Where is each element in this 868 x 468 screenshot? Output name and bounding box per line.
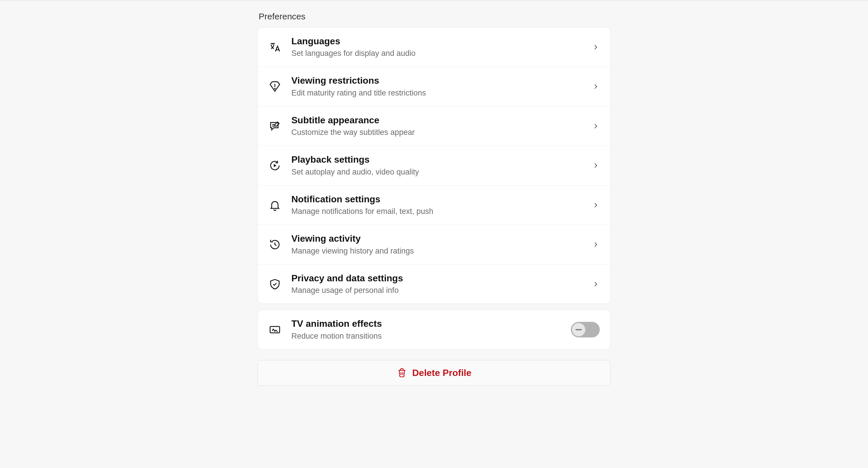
- warning-hex-icon: [268, 80, 281, 93]
- row-title: Subtitle appearance: [291, 115, 592, 126]
- row-title: Notification settings: [291, 194, 592, 205]
- svg-rect-5: [270, 326, 280, 333]
- chevron-right-icon: [592, 122, 600, 130]
- row-title: Privacy and data settings: [291, 273, 592, 284]
- row-subtitle-appearance[interactable]: Subtitle appearance Customize the way su…: [258, 107, 610, 146]
- history-icon: [268, 238, 281, 251]
- chevron-right-icon: [592, 240, 600, 248]
- toggle-knob: [572, 323, 585, 336]
- row-viewing-activity[interactable]: Viewing activity Manage viewing history …: [258, 225, 610, 264]
- toggle-card: TV animation effects Reduce motion trans…: [257, 310, 611, 349]
- playback-refresh-icon: [268, 159, 281, 172]
- chevron-right-icon: [592, 201, 600, 209]
- chevron-right-icon: [592, 162, 600, 170]
- row-viewing-restrictions[interactable]: Viewing restrictions Edit maturity ratin…: [258, 67, 610, 106]
- trash-icon: [397, 367, 407, 379]
- row-sub: Customize the way subtitles appear: [291, 127, 592, 138]
- svg-marker-4: [274, 164, 276, 167]
- section-title: Preferences: [257, 11, 611, 22]
- svg-point-1: [275, 88, 275, 89]
- row-tv-animation: TV animation effects Reduce motion trans…: [258, 310, 610, 349]
- row-sub: Edit maturity rating and title restricti…: [291, 88, 592, 98]
- row-title: Viewing activity: [291, 233, 592, 244]
- delete-profile-button[interactable]: Delete Profile: [257, 360, 611, 386]
- row-playback-settings[interactable]: Playback settings Set autoplay and audio…: [258, 146, 610, 185]
- subtitle-edit-icon: [268, 120, 281, 133]
- row-notification-settings[interactable]: Notification settings Manage notificatio…: [258, 185, 610, 225]
- preferences-card: Languages Set languages for display and …: [257, 27, 611, 304]
- row-sub: Manage notifications for email, text, pu…: [291, 206, 592, 216]
- row-sub: Manage viewing history and ratings: [291, 246, 592, 256]
- tv-animation-toggle[interactable]: [571, 322, 600, 338]
- row-sub: Manage usage of personal info: [291, 285, 592, 295]
- chevron-right-icon: [592, 280, 600, 288]
- row-title: Languages: [291, 36, 592, 47]
- tv-animation-icon: [268, 323, 281, 336]
- row-title: Playback settings: [291, 154, 592, 165]
- chevron-right-icon: [592, 83, 600, 91]
- row-sub: Reduce motion transitions: [291, 331, 571, 341]
- bell-icon: [268, 199, 281, 212]
- row-languages[interactable]: Languages Set languages for display and …: [258, 28, 610, 67]
- row-title: TV animation effects: [291, 318, 571, 329]
- delete-profile-label: Delete Profile: [412, 368, 472, 378]
- languages-icon: [268, 40, 281, 54]
- row-sub: Set languages for display and audio: [291, 48, 592, 58]
- chevron-right-icon: [592, 43, 600, 51]
- row-title: Viewing restrictions: [291, 75, 592, 86]
- shield-check-icon: [268, 277, 281, 291]
- row-sub: Set autoplay and audio, video quality: [291, 167, 592, 177]
- row-privacy-data-settings[interactable]: Privacy and data settings Manage usage o…: [258, 265, 610, 303]
